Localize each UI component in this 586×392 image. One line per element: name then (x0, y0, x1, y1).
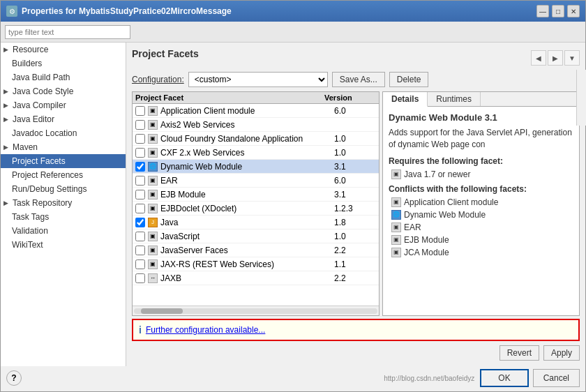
facet-name: JavaScript (160, 232, 334, 241)
facet-name: EAR (160, 176, 334, 186)
sidebar-label-java-code-style: Java Code Style (13, 86, 73, 96)
title-bar: ⚙ Properties for MybatisStudyPratice02Mi… (1, 1, 585, 22)
facet-name: JAX-RS (REST Web Services) (160, 259, 334, 269)
facet-name: JavaServer Faces (160, 246, 334, 255)
facet-name: JAXB (160, 273, 334, 283)
revert-button[interactable]: Revert (499, 345, 539, 361)
facet-checkbox-cloud-foundry[interactable] (135, 134, 145, 144)
save-as-button[interactable]: Save As... (332, 72, 385, 87)
ok-button[interactable]: OK (480, 369, 528, 387)
list-item: ▣ Application Client module (389, 197, 573, 208)
sidebar-item-resource[interactable]: ▶ Resource (1, 43, 126, 56)
table-row[interactable]: ▣ Cloud Foundry Standalone Application 1… (133, 132, 379, 146)
panel-title: Project Facets (132, 48, 199, 62)
sidebar-item-wikitext[interactable]: WikiText (1, 238, 126, 252)
facet-table: Project Facet Version ▣ Application Clie… (132, 91, 380, 316)
table-row[interactable]: J Java 1.8 (133, 216, 379, 229)
config-select[interactable]: <custom> (188, 72, 328, 87)
facet-checkbox-ejb[interactable] (135, 190, 145, 199)
facet-checkbox-cxf[interactable] (135, 148, 145, 158)
facet-checkbox-dynamic-web[interactable] (135, 162, 145, 172)
nav-dropdown-button[interactable]: ▼ (564, 50, 580, 66)
facet-scroll[interactable]: ▣ Application Client module 6.0 ▣ Axis2 … (133, 104, 379, 306)
facet-checkbox-axis2[interactable] (135, 120, 145, 130)
tab-runtimes[interactable]: Runtimes (428, 92, 481, 106)
details-requires-label: Requires the following facet: (389, 156, 573, 166)
facet-checkbox-ejbdoclet[interactable] (135, 204, 145, 213)
col-header-version: Version (324, 93, 366, 102)
sidebar-item-project-references[interactable]: Project References (1, 168, 126, 182)
sidebar-item-builders[interactable]: Builders (1, 56, 126, 70)
apply-button[interactable]: Apply (543, 345, 580, 361)
table-row[interactable]: ▣ EJB Module 3.1 (133, 188, 379, 202)
table-row[interactable]: ▣ JavaServer Faces 2.2 (133, 243, 379, 257)
sidebar-item-task-tags[interactable]: Task Tags (1, 210, 126, 224)
minimize-button[interactable]: — (536, 5, 549, 17)
sidebar-item-java-code-style[interactable]: ▶ Java Code Style (1, 84, 126, 98)
list-icon: ▣ (391, 248, 401, 257)
facet-name: CXF 2.x Web Services (160, 148, 334, 158)
arrow-icon-5: ▶ (3, 144, 8, 151)
list-item: ▣ EAR (389, 222, 573, 233)
ok-cancel-row: OK Cancel (480, 369, 580, 387)
dialog-title: Properties for MybatisStudyPratice02Mirc… (22, 6, 232, 16)
facet-icon: ↔ (148, 273, 158, 283)
table-row[interactable]: ↔ JAXB 2.2 (133, 271, 379, 285)
facet-name: Application Client module (160, 106, 334, 116)
details-title: Dynamic Web Module 3.1 (389, 112, 573, 123)
sidebar-item-maven[interactable]: ▶ Maven (1, 140, 126, 154)
table-row[interactable]: 🌐 Dynamic Web Module 3.1 (133, 160, 379, 174)
facet-version: 1.8 (334, 218, 376, 227)
table-row[interactable]: ▣ CXF 2.x Web Services 1.0 (133, 146, 379, 160)
info-link[interactable]: Further configuration available... (146, 325, 265, 335)
list-icon: ▣ (391, 235, 401, 245)
sidebar-item-javadoc-location[interactable]: Javadoc Location (1, 126, 126, 140)
facet-version: 2.2 (334, 246, 376, 255)
table-row[interactable]: ▣ JavaScript 1.0 (133, 229, 379, 243)
toolbar-nav: ◀ ▶ ▼ (531, 50, 580, 66)
sidebar-item-project-facets[interactable]: Project Facets (1, 154, 126, 168)
sidebar-item-java-compiler[interactable]: ▶ Java Compiler (1, 98, 126, 112)
list-icon: ▣ (391, 197, 401, 207)
tab-details[interactable]: Details (383, 92, 428, 107)
sidebar-label-task-repository: Task Repository (13, 198, 72, 208)
facet-checkbox-java[interactable] (135, 218, 145, 227)
sidebar-label-javadoc-location: Javadoc Location (12, 128, 77, 138)
conflicts-item-1: Application Client module (404, 197, 498, 207)
horizontal-scrollbar[interactable] (133, 306, 379, 315)
close-button[interactable]: ✕ (567, 5, 580, 17)
facet-checkbox-app-client[interactable] (135, 106, 145, 116)
table-row[interactable]: ▣ Axis2 Web Services (133, 118, 379, 132)
delete-button[interactable]: Delete (389, 72, 429, 87)
maximize-button[interactable]: □ (552, 5, 564, 17)
table-row[interactable]: ▣ JAX-RS (REST Web Services) 1.1 (133, 257, 379, 271)
facet-checkbox-javascript[interactable] (135, 232, 145, 241)
facet-checkbox-jaxrs[interactable] (135, 259, 145, 269)
table-row[interactable]: ▣ Application Client module 6.0 (133, 104, 379, 118)
sidebar-item-run-debug-settings[interactable]: Run/Debug Settings (1, 182, 126, 196)
arrow-icon-6: ▶ (3, 199, 8, 206)
help-button[interactable]: ? (6, 370, 22, 386)
sidebar-item-java-editor[interactable]: ▶ Java Editor (1, 112, 126, 126)
sidebar-item-task-repository[interactable]: ▶ Task Repository (1, 196, 126, 210)
conflicts-item-3: EAR (404, 223, 421, 232)
search-input[interactable] (5, 25, 130, 39)
cancel-button[interactable]: Cancel (533, 369, 580, 387)
bottom-info-bar: i Further configuration available... (132, 319, 580, 341)
config-label: Configuration: (132, 75, 184, 84)
watermark: http://blog.csdn.net/baofeidyz (384, 375, 474, 382)
facet-checkbox-jaxb[interactable] (135, 273, 145, 283)
main-panel: Project Facets ◀ ▶ ▼ Configuration: <cus… (126, 43, 585, 366)
list-item: ▣ Java 1.7 or newer (389, 169, 573, 180)
sidebar-label-java-compiler: Java Compiler (13, 100, 66, 110)
sidebar-item-validation[interactable]: Validation (1, 224, 126, 238)
sidebar-label-run-debug-settings: Run/Debug Settings (12, 184, 87, 194)
table-row[interactable]: ▣ EAR 6.0 (133, 174, 379, 188)
nav-back-button[interactable]: ◀ (531, 50, 546, 66)
sidebar-item-java-build-path[interactable]: Java Build Path (1, 70, 126, 84)
list-item: ▣ JCA Module (389, 247, 573, 258)
facet-checkbox-ear[interactable] (135, 176, 145, 186)
table-row[interactable]: ▣ EJBDoclet (XDoclet) 1.2.3 (133, 202, 379, 216)
nav-forward-button[interactable]: ▶ (548, 50, 563, 66)
facet-checkbox-jsf[interactable] (135, 246, 145, 255)
